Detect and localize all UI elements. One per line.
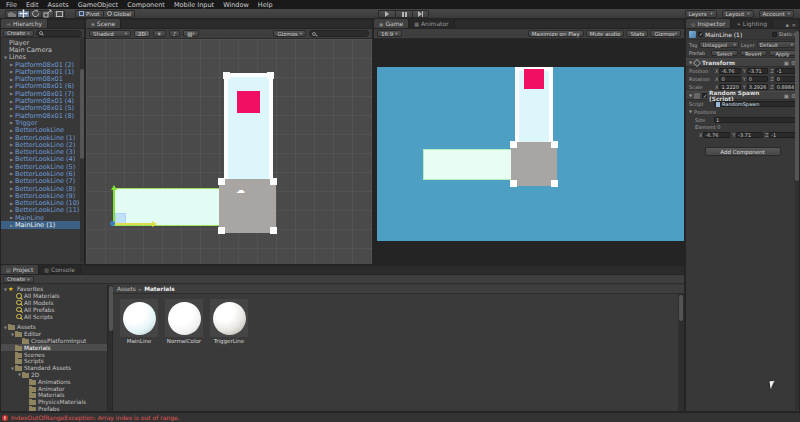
asset-grid-scrollbar[interactable]: [678, 294, 684, 411]
tree-item[interactable]: Scenes: [1, 351, 107, 358]
hierarchy-item[interactable]: ▶ Platform08x01 (8): [1, 112, 84, 119]
hierarchy-item[interactable]: Player: [1, 39, 84, 46]
scene-gray-block[interactable]: [219, 179, 276, 233]
active-checkbox[interactable]: [698, 32, 703, 37]
static-dropdown[interactable]: Static▾: [772, 31, 796, 37]
tree-item[interactable]: All Prefabs: [1, 306, 107, 313]
hierarchy-item[interactable]: ▶ BetterLookLine: [1, 127, 84, 134]
panel-menu-icon[interactable]: ≡: [792, 22, 796, 28]
prefab-action-button[interactable]: Revert: [740, 50, 767, 57]
tree-item[interactable]: All Scripts: [1, 313, 107, 320]
scene-effects-dropdown[interactable]: ▨▾: [183, 30, 198, 37]
hierarchy-item[interactable]: ▶ BetterLookLine (7): [1, 178, 84, 185]
z-field[interactable]: 0: [775, 76, 796, 82]
tree-item[interactable]: All Models: [1, 300, 107, 307]
tag-dropdown[interactable]: Untagged▾: [699, 41, 738, 48]
scene-vertical-platform[interactable]: [224, 73, 273, 180]
size-field[interactable]: 1: [714, 117, 796, 123]
pan-tool-button[interactable]: [5, 10, 17, 18]
hierarchy-item[interactable]: ▶ Platform08x01 (1): [1, 68, 84, 75]
hierarchy-item[interactable]: ▶ MainLine: [1, 214, 84, 221]
tree-item[interactable]: Scripts: [1, 358, 107, 365]
game-toolbar-button[interactable]: Mute audio: [586, 30, 625, 37]
cloud-sprite[interactable]: ☁: [236, 186, 245, 195]
tree-item[interactable]: Materials: [1, 344, 107, 351]
x-field[interactable]: -6.76: [703, 132, 730, 138]
play-button[interactable]: [378, 10, 395, 18]
material-asset[interactable]: NormalColor: [164, 299, 204, 344]
hierarchy-item[interactable]: ▶ Platform08x01 (6): [1, 83, 84, 90]
hierarchy-item[interactable]: ▶ Platform08x01 (7): [1, 90, 84, 97]
x-field[interactable]: 0: [719, 76, 740, 82]
prefab-action-button[interactable]: Select: [711, 50, 738, 57]
material-asset[interactable]: TriggerLine: [209, 299, 249, 344]
hierarchy-item[interactable]: ▶ Trigger: [1, 119, 84, 126]
tab-console[interactable]: ▥Console: [39, 265, 81, 274]
tree-item[interactable]: ▼ Favorites: [1, 286, 107, 293]
hierarchy-create-button[interactable]: Create▾: [3, 30, 34, 37]
tab-project[interactable]: ▤Project: [1, 265, 39, 274]
tree-item[interactable]: Animator: [1, 385, 107, 392]
menu-item[interactable]: Component: [127, 1, 165, 9]
hierarchy-item[interactable]: ▶ BetterLookLine (3): [1, 148, 84, 155]
breadcrumb-root[interactable]: Assets: [117, 286, 136, 292]
game-toolbar-button[interactable]: Stats: [626, 30, 648, 37]
x-field[interactable]: -6.76: [719, 68, 740, 74]
move-tool-button[interactable]: [17, 10, 29, 18]
hierarchy-item[interactable]: ▶ BetterLookLine (4): [1, 156, 84, 163]
project-create-button[interactable]: Create▾: [3, 276, 34, 283]
tree-item[interactable]: Prefabs: [1, 406, 107, 411]
hierarchy-item[interactable]: ▶ BetterLookLine (6): [1, 170, 84, 177]
tab-scene[interactable]: ◈Scene: [86, 19, 121, 28]
tree-item[interactable]: ▼ Editor: [1, 331, 107, 338]
transform-component-header[interactable]: ▼ Transform ▣ ⚙: [686, 58, 799, 67]
reference-icon[interactable]: ▣: [784, 60, 789, 66]
aspect-ratio-dropdown[interactable]: 16:9▾: [377, 30, 402, 37]
pivot-toggle[interactable]: Pivot: [75, 10, 103, 18]
scene-gizmos-dropdown[interactable]: Gizmos▾: [273, 30, 306, 37]
scale-tool-button[interactable]: [41, 10, 53, 18]
z-field[interactable]: -1: [775, 68, 796, 74]
tab-inspector[interactable]: ◎Inspector: [686, 19, 731, 28]
tree-item[interactable]: ▼ Assets: [1, 324, 107, 331]
toolbar-dropdown[interactable]: Account▾: [759, 10, 794, 18]
toolbar-dropdown[interactable]: Layers▾: [685, 10, 717, 18]
lock-icon[interactable]: ▪: [785, 22, 788, 28]
menu-item[interactable]: GameObject: [78, 1, 119, 9]
tree-item[interactable]: ▼ Standard Assets: [1, 365, 107, 372]
shading-mode-dropdown[interactable]: Shaded▾: [89, 30, 131, 37]
scene-selected-platform[interactable]: [113, 188, 221, 226]
tree-item[interactable]: ▼ 2D: [1, 372, 107, 379]
mode-2d-toggle[interactable]: 2D: [134, 30, 150, 37]
hierarchy-item[interactable]: ▶ BetterLookLine (10): [1, 200, 84, 207]
scene-search-input[interactable]: [309, 30, 369, 37]
gameobject-name-field[interactable]: MainLine (1): [705, 31, 770, 38]
hierarchy-item[interactable]: Main Camera: [1, 46, 84, 53]
menu-item[interactable]: Edit: [26, 1, 39, 9]
fold-toggle-icon[interactable]: ▼: [689, 93, 692, 98]
game-toolbar-button[interactable]: Maximize on Play: [528, 30, 584, 37]
hierarchy-item[interactable]: ▶ BetterLookLine (9): [1, 192, 84, 199]
toolbar-dropdown[interactable]: Layout▾: [722, 10, 754, 18]
menu-item[interactable]: Mobile Input: [174, 1, 214, 9]
menu-item[interactable]: Assets: [47, 1, 68, 9]
tab-game[interactable]: ◉Game: [374, 19, 409, 28]
hierarchy-scrollbar[interactable]: [80, 39, 84, 262]
script-object-field[interactable]: RandomSpawn: [714, 101, 796, 107]
rect-tool-button[interactable]: [53, 10, 65, 18]
gizmo-x-axis-arrow[interactable]: [115, 223, 153, 225]
tree-item[interactable]: Animations: [1, 378, 107, 385]
tree-item[interactable]: All Materials: [1, 293, 107, 300]
reference-icon[interactable]: ▣: [784, 93, 789, 99]
y-field[interactable]: -3.71: [747, 68, 768, 74]
hierarchy-item[interactable]: ▶ BetterLookLine (1): [1, 134, 84, 141]
hierarchy-search-input[interactable]: [36, 30, 82, 37]
fold-toggle-icon[interactable]: ▼: [689, 109, 692, 114]
tab-hierarchy[interactable]: ≔Hierarchy: [1, 19, 48, 28]
add-component-button[interactable]: Add Component: [705, 147, 781, 156]
layer-dropdown[interactable]: Default▾: [757, 41, 796, 48]
menu-item[interactable]: Help: [258, 1, 273, 9]
static-checkbox[interactable]: [772, 32, 777, 37]
z-field[interactable]: -1: [769, 132, 796, 138]
prefab-action-button[interactable]: Apply: [769, 50, 796, 57]
